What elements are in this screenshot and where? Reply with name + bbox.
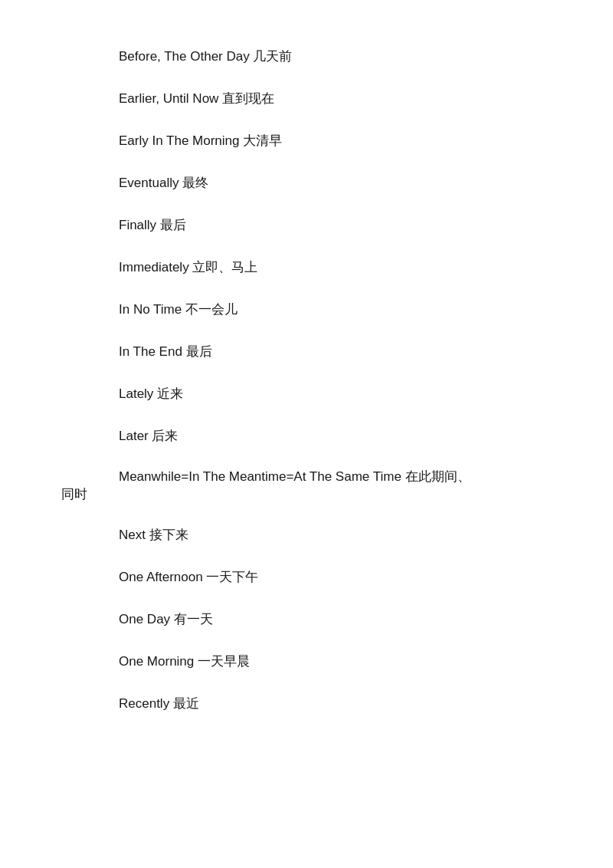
entry-english: One Morning — [119, 654, 198, 669]
entry-english: Recently — [119, 696, 173, 711]
list-item: Later 后来 — [119, 426, 552, 446]
list-item: Earlier, Until Now 直到现在 — [119, 88, 552, 109]
entry-english: Immediately — [119, 260, 192, 275]
entry-english: Early In The Morning — [119, 133, 243, 148]
list-item: One Afternoon 一天下午 — [119, 567, 552, 587]
entry-english: One Day — [119, 612, 174, 626]
entry-chinese: 最后 — [160, 218, 186, 232]
entry-english: Eventually — [119, 176, 182, 190]
entry-chinese: 近来 — [157, 386, 183, 401]
entry-english: Next — [119, 528, 149, 542]
entry-chinese: 接下来 — [149, 528, 188, 542]
list-item: Immediately 立即、马上 — [119, 257, 552, 278]
entry-chinese: 不一会儿 — [185, 302, 238, 317]
entry-english: Meanwhile=In The Meantime=At The Same Ti… — [119, 468, 552, 485]
entry-english: In No Time — [119, 302, 185, 317]
list-item: Meanwhile=In The Meantime=At The Same Ti… — [119, 468, 552, 503]
list-item: Next 接下来 — [119, 524, 552, 545]
entry-english: In The End — [119, 344, 186, 359]
entry-chinese: 直到现在 — [222, 91, 274, 106]
entry-chinese: 后来 — [152, 429, 178, 443]
list-item: Before, The Other Day 几天前 — [119, 46, 552, 67]
entry-chinese: 有一天 — [174, 612, 213, 626]
list-item: One Day 有一天 — [119, 609, 552, 630]
list-item: In The End 最后 — [119, 341, 552, 362]
entry-chinese: 几天前 — [253, 49, 292, 64]
entry-english: Finally — [119, 218, 160, 232]
list-item: Early In The Morning 大清早 — [119, 130, 552, 151]
list-item: Eventually 最终 — [119, 173, 552, 193]
entry-english: Later — [119, 429, 152, 443]
list-item: In No Time 不一会儿 — [119, 299, 552, 320]
entry-english: Earlier, Until Now — [119, 91, 222, 106]
entry-chinese: 最近 — [173, 696, 199, 711]
entry-chinese: 立即、马上 — [192, 260, 257, 275]
main-content: Before, The Other Day 几天前Earlier, Until … — [0, 0, 613, 781]
list-item: Recently 最近 — [119, 693, 552, 714]
entry-chinese: 最后 — [186, 344, 212, 359]
entry-chinese: 一天下午 — [206, 570, 258, 584]
entry-english: Before, The Other Day — [119, 49, 253, 64]
entry-english: One Afternoon — [119, 570, 206, 584]
entry-chinese: 大清早 — [243, 133, 282, 148]
entry-chinese: 一天早晨 — [198, 654, 250, 669]
list-item: Finally 最后 — [119, 215, 552, 235]
list-item: One Morning 一天早晨 — [119, 651, 552, 672]
entry-chinese: 同时 — [61, 485, 552, 503]
entry-chinese: 最终 — [182, 176, 208, 190]
list-item: Lately 近来 — [119, 383, 552, 404]
entry-english: Lately — [119, 386, 157, 401]
